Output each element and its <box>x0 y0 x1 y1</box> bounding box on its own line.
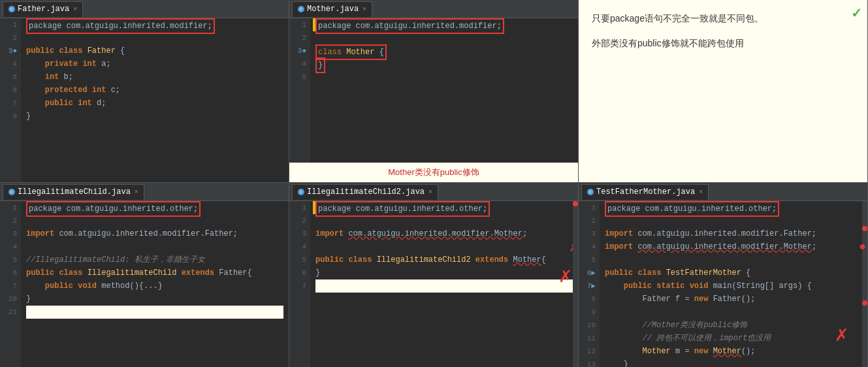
mother-line-numbers: 1 2 3● 4 5 <box>289 18 310 182</box>
annotation-panel: ✓ 只要package语句不完全一致就是不同包。 外部类没有public修饰就不… <box>579 0 868 182</box>
tf-line-12: Mother m = new Mother(); <box>605 345 862 358</box>
tf-line-5 <box>605 253 862 266</box>
ln-7-arrow: 7▶ <box>579 279 596 293</box>
testfather-tab-bar: c TestFatherMother.java × <box>579 183 867 201</box>
check-icon: ✓ <box>851 5 862 21</box>
scrollbar-area <box>573 201 578 367</box>
ileg-line-3: import com.atguigu.inherited.modifier.Fa… <box>26 227 283 240</box>
bottom-row: c IllegalitimateChild.java × 1 2 3 4 5 6… <box>0 183 868 367</box>
ileg-line-1: package com.atguigu.inherited.other; <box>26 201 283 214</box>
illegitimate-tab-icon: c <box>8 189 15 195</box>
illegitimate2-tab-bar: c IllegalitimateChild2.java × <box>289 183 578 201</box>
tf-line-7: public static void main(String[] args) { <box>605 279 862 293</box>
ileg-line-21 <box>26 306 283 319</box>
tab-illegitimate2[interactable]: c IllegalitimateChild2.java × <box>292 184 438 200</box>
mother-tab-icon: c <box>298 6 304 12</box>
ln-7: 7 <box>0 97 17 110</box>
scroll-error2 <box>862 300 867 306</box>
father-line-5: int b; <box>26 71 283 84</box>
tf-line-9 <box>605 306 862 319</box>
ileg-line-20: } <box>26 293 283 306</box>
illegitimate-line-numbers: 1 2 3 4 5 6 7 20 21 <box>0 201 21 367</box>
ileg-line-5: //IllegalitimateChild: 私生子，非婚生子女 <box>26 253 283 266</box>
ln-6-arrow: 6▶ <box>579 266 596 279</box>
ln-6: 6 <box>0 84 17 97</box>
tf-line-10: //Mother类没有public修饰 <box>605 319 862 332</box>
mother-code-content: package com.atguigu.inherited.modifier; … <box>310 18 578 182</box>
illegitimate2-tab-label: IllegalitimateChild2.java <box>307 187 425 197</box>
illegitimate-code-content: package com.atguigu.inherited.other; imp… <box>21 201 289 367</box>
mother-code-area: 1 2 3● 4 5 package com.atguigu.inherited… <box>289 18 578 182</box>
mother-panel: c Mother.java × 1 2 3● 4 5 <box>289 0 579 182</box>
father-line-6: protected int c; <box>26 84 283 97</box>
ileg-line-6: public class IllegalitimateChild extends… <box>26 266 283 279</box>
tf-line-11: // 跨包不可以使用，import也没用 <box>605 332 862 345</box>
ileg-line-7: public void method(){...} <box>26 279 283 293</box>
illegitimate2-code-area: ✗ ✗ 1 2 3 4 5 6 7 <box>289 201 578 367</box>
mln-5: 5 <box>289 71 306 84</box>
tf-line-6: public class TestFatherMother { <box>605 266 862 279</box>
mother-line-5 <box>315 71 573 84</box>
ln-3: 3● <box>0 44 17 57</box>
mother-line-1: package com.atguigu.inherited.modifier; <box>315 18 573 31</box>
tf-line-3: import com.atguigu.inherited.modifier.Fa… <box>605 227 862 240</box>
tab-father[interactable]: c Father.java × <box>3 1 83 17</box>
tab-illegitimate[interactable]: c IllegalitimateChild.java × <box>3 184 144 200</box>
ln-2: 2 <box>0 31 17 44</box>
il2-line-3: import com.atguigu.inherited.modifier.Mo… <box>315 227 573 240</box>
illegitimate-tab-label: IllegalitimateChild.java <box>18 187 131 197</box>
father-tab-close[interactable]: × <box>73 6 77 13</box>
ileg-line-4 <box>26 240 283 253</box>
testfather-tab-close[interactable]: × <box>699 189 703 196</box>
father-line-7: public int d; <box>26 97 283 110</box>
mother-tab-bar: c Mother.java × <box>289 0 578 18</box>
father-line-4: private int a; <box>26 57 283 71</box>
illegitimate-code-lines: 1 2 3 4 5 6 7 20 21 package com.atguigu.… <box>0 201 289 367</box>
tab-testfather[interactable]: c TestFatherMother.java × <box>581 184 709 200</box>
mln-3: 3● <box>289 44 306 57</box>
testfather-panel: c TestFatherMother.java × ● ✗ <box>579 183 868 367</box>
mother-line-3: class Mother { <box>315 44 573 57</box>
testfather-tab-icon: c <box>587 189 594 195</box>
il2-line-4 <box>315 240 573 253</box>
il2-line-numbers: 1 2 3 4 5 6 7 <box>289 201 310 367</box>
mother-tab-label: Mother.java <box>307 5 359 14</box>
illegitimate-tab-close[interactable]: × <box>135 189 138 196</box>
yellow-strip-il2 <box>313 201 315 214</box>
scroll-error1 <box>862 226 867 231</box>
il2-line-5: public class IllegalitimateChild2 extend… <box>315 253 573 266</box>
mln-4: 4 <box>289 57 306 71</box>
illegitimate2-panel: c IllegalitimateChild2.java × ✗ ✗ <box>289 183 579 367</box>
father-tab-bar: c Father.java × <box>0 0 289 18</box>
mother-tab-close[interactable]: × <box>362 6 366 13</box>
yellow-strip-mother <box>313 18 315 31</box>
father-code-area: 1 2 3● 4 5 6 7 8 package com.atguigu.inh… <box>0 18 289 182</box>
tab-mother[interactable]: c Mother.java × <box>292 1 372 17</box>
error-marker-line4: ● <box>859 240 866 253</box>
editor-container: c Father.java × 1 2 3● 4 5 6 7 8 <box>0 0 868 367</box>
error-x-big-test: ✗ <box>835 321 848 347</box>
ln-5: 5 <box>0 71 17 84</box>
il2-line-7 <box>315 279 573 293</box>
mother-warning: Mother类没有public修饰 <box>289 163 578 182</box>
tf-line-13: } <box>605 358 862 367</box>
illegitimate2-tab-close[interactable]: × <box>428 189 432 196</box>
annotation-line1: 只要package语句不完全一致就是不同包。 <box>592 13 854 25</box>
mln-1: 1 <box>289 18 306 31</box>
father-panel: c Father.java × 1 2 3● 4 5 6 7 8 <box>0 0 289 182</box>
il2-line-1: package com.atguigu.inherited.other; <box>315 201 573 214</box>
illegitimate-panel: c IllegalitimateChild.java × 1 2 3 4 5 6… <box>0 183 289 367</box>
ln-8: 8 <box>0 110 17 123</box>
father-line-3: public class Father { <box>26 44 283 57</box>
mln-2: 2 <box>289 31 306 44</box>
illegitimate-tab-bar: c IllegalitimateChild.java × <box>0 183 289 201</box>
father-tab-icon: c <box>8 6 15 12</box>
tf-line-4: import com.atguigu.inherited.modifier.Mo… <box>605 240 862 253</box>
top-row: c Father.java × 1 2 3● 4 5 6 7 8 <box>0 0 868 183</box>
il2-line-6: } <box>315 266 573 279</box>
father-line-numbers: 1 2 3● 4 5 6 7 8 <box>0 18 21 182</box>
father-line-1: package com.atguigu.inherited.modifier; <box>26 18 283 31</box>
tf-line-1: package com.atguigu.inherited.other; <box>605 201 862 214</box>
father-line-8: } <box>26 110 283 123</box>
father-code-lines: 1 2 3● 4 5 6 7 8 package com.atguigu.inh… <box>0 18 289 182</box>
